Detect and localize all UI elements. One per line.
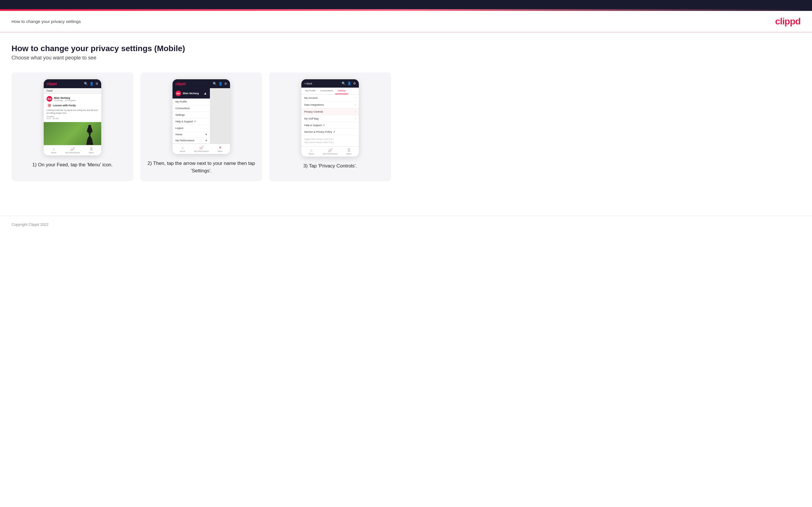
bottom-nav2-home: ⌂ Home (180, 146, 185, 152)
bottom-nav3-performance: 📈 My Performance (323, 148, 338, 155)
performance-icon-2: 📈 (199, 146, 204, 150)
footer-copyright: Copyright Clippd 2022 (11, 222, 49, 227)
header-title: How to change your privacy settings (11, 19, 81, 24)
chevron-right-privacy-icon: › (355, 110, 356, 113)
menu-user-name: Blair McHarg (183, 92, 199, 95)
step-1-card: clippd 🔍 👤 ⚙ Feed BM Blair (11, 72, 134, 181)
page-heading: How to change your privacy settings (Mob… (11, 44, 391, 53)
step-3-card: < Back 🔍 👤 ⚙ My Profile Connections Sett… (269, 72, 391, 181)
bottom-nav3-menu: ☰ Menu (347, 148, 352, 155)
phone2-content: BM Blair McHarg ▲ My Profile Connections… (172, 88, 230, 144)
menu-icon: ☰ (90, 147, 93, 151)
page-subheading: Choose what you want people to see (11, 55, 391, 61)
chevron-right-account-icon: › (355, 96, 356, 99)
settings-item-data-integrations: Data Integrations › (301, 101, 359, 108)
data-integrations-label: Data Integrations (304, 103, 324, 106)
server-version: GQL Server Version: 2022.7.30-1 (304, 141, 356, 144)
steps-grid: clippd 🔍 👤 ⚙ Feed BM Blair (11, 72, 391, 181)
settings-item-my-account: My Account › (301, 95, 359, 101)
settings-item-help: Help & Support ↗ (301, 122, 359, 129)
golfer-silhouette (84, 125, 96, 145)
lesson-title-row: 🎯 Lesson with Fordy (47, 103, 98, 108)
home-icon-3: ⌂ (310, 148, 312, 152)
home-label-3: Home (308, 153, 314, 155)
phone1-tab-bar: Feed (44, 88, 101, 94)
privacy-policy-label: Service & Privacy Policy ↗ (304, 130, 335, 133)
feed-user-info: Blair McHarg Yesterday · Sunningdale (54, 97, 76, 101)
home-label: Home (51, 152, 56, 154)
performance-label: My Performance (65, 152, 80, 154)
phone1-icons: 🔍 👤 ⚙ (84, 82, 98, 86)
privacy-controls-label: Privacy Controls (304, 110, 323, 113)
step3-caption: 3) Tap 'Privacy Controls'. (303, 162, 357, 170)
chevron-down-perf-icon: ▾ (206, 139, 207, 142)
menu-item-settings: Settings (172, 112, 210, 118)
menu-avatar: BM (175, 91, 181, 96)
tab-settings: Settings (335, 88, 348, 94)
feed-golf-image (44, 122, 101, 145)
feed-duration-label: Duration (47, 115, 98, 117)
menu-background-blur (210, 88, 230, 144)
phone1-logo: clippd (47, 81, 57, 86)
chevron-up-icon: ▲ (204, 91, 207, 95)
step1-caption: 1) On your Feed, tap the 'Menu' icon. (32, 161, 113, 169)
footer: Copyright Clippd 2022 (0, 216, 812, 233)
phone2-logo: clippd (175, 81, 186, 86)
menu-user-info: BM Blair McHarg (175, 91, 199, 96)
search-icon-3: 🔍 (342, 81, 346, 85)
main-content: How to change your privacy settings (Mob… (0, 33, 403, 216)
menu-home-label: Home (175, 133, 182, 136)
my-golf-bag-label: My Golf Bag (304, 117, 318, 120)
settings-item-privacy-controls[interactable]: Privacy Controls › (301, 108, 359, 115)
phone-mockup-2: clippd 🔍 👤 ⚙ BM Bl (172, 79, 230, 154)
phone2-icons: 🔍 👤 ⚙ (213, 82, 227, 86)
menu-item-help: Help & Support ↗ (172, 118, 210, 125)
phone1-header: clippd 🔍 👤 ⚙ (44, 79, 101, 88)
settings-icon: ⚙ (96, 82, 98, 86)
clippd-logo: clippd (775, 16, 801, 27)
help-support-label: Help & Support ↗ (304, 124, 325, 127)
version-info: Clippd Client Version: 2022.8.3-3 GQL Se… (301, 135, 359, 146)
feed-user-name: Blair McHarg (54, 97, 76, 99)
settings-item-golf-bag: My Golf Bag › (301, 115, 359, 122)
settings-icon-2: ⚙ (224, 82, 227, 86)
phone2-bottom-bar: ⌂ Home 📈 My Performance ✕ Menu (172, 144, 230, 154)
menu-label-2: Menu (218, 150, 223, 152)
menu-item-my-profile: My Profile (172, 99, 210, 105)
lesson-desc: Looking to feel like my hands are exitin… (47, 109, 98, 115)
menu-section-home: Home ▾ (172, 131, 210, 137)
phone1-bottom-bar: ⌂ Home 📈 My Performance ☰ Menu (44, 145, 101, 155)
lesson-title: Lesson with Fordy (53, 104, 76, 107)
home-icon: ⌂ (53, 147, 55, 151)
menu-label-3: Menu (347, 153, 352, 155)
top-bar (0, 0, 812, 9)
menu-item-connections: Connections (172, 105, 210, 112)
search-icon-2: 🔍 (213, 82, 217, 86)
phone3-header: < Back 🔍 👤 ⚙ (301, 79, 359, 88)
tab-connections: Connections (318, 88, 335, 94)
chevron-down-home-icon: ▾ (206, 133, 207, 136)
tab-my-profile: My Profile (303, 88, 318, 94)
menu-user-row: BM Blair McHarg ▲ (172, 88, 210, 99)
feed-item: BM Blair McHarg Yesterday · Sunningdale … (44, 94, 101, 122)
header: How to change your privacy settings clip… (0, 11, 812, 33)
chevron-right-data-icon: › (355, 103, 356, 106)
bottom-nav-performance: 📈 My Performance (65, 147, 80, 154)
menu-section-performance: My Performance ▾ (172, 137, 210, 144)
settings-icon-3: ⚙ (353, 81, 356, 85)
bottom-nav2-performance: 📈 My Performance (194, 146, 209, 152)
performance-label-3: My Performance (323, 153, 338, 155)
bottom-nav-home: ⌂ Home (51, 147, 56, 154)
bottom-nav3-home: ⌂ Home (308, 148, 314, 155)
phone3-icons: 🔍 👤 ⚙ (342, 81, 356, 85)
feed-tab: Feed (47, 89, 53, 92)
lesson-icon: 🎯 (47, 103, 52, 108)
menu-icon-3: ☰ (347, 148, 351, 152)
phone-mockup-3: < Back 🔍 👤 ⚙ My Profile Connections Sett… (301, 79, 359, 157)
back-button: < Back (304, 82, 312, 85)
user-icon-2: 👤 (218, 82, 222, 86)
bottom-nav2-menu: ✕ Menu (218, 146, 223, 152)
phone2-menu-panel: BM Blair McHarg ▲ My Profile Connections… (172, 88, 210, 144)
feed-user-sub: Yesterday · Sunningdale (54, 99, 76, 101)
my-account-label: My Account (304, 97, 318, 99)
